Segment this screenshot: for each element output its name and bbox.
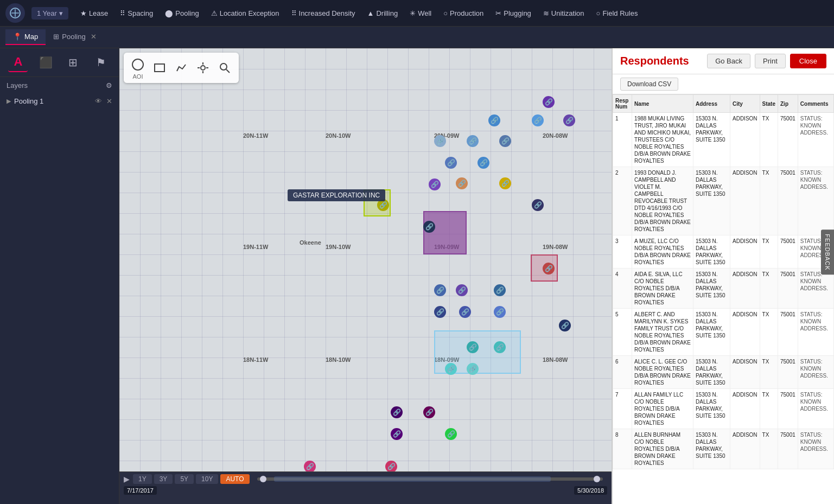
table-row[interactable]: 3A MUZE, LLC C/O NOBLE ROYALTIES D/B/A B… bbox=[613, 235, 834, 269]
nav-item-lease[interactable]: ★Lease bbox=[75, 7, 113, 20]
map-pin[interactable]: 🔗 bbox=[456, 177, 468, 189]
feedback-tab[interactable]: FEEDBACK bbox=[821, 229, 834, 275]
map-pin[interactable]: 🔗 bbox=[478, 157, 489, 169]
map-pin[interactable]: 🔗 bbox=[532, 199, 544, 211]
path-tool[interactable] bbox=[173, 59, 190, 76]
panel-title: Respondents bbox=[620, 55, 689, 67]
nav-item-spacing[interactable]: ⠿Spacing bbox=[114, 7, 158, 20]
map-pin[interactable]: 🔗 bbox=[494, 341, 506, 353]
map-pin[interactable]: 🔗 bbox=[543, 96, 555, 108]
map-pin[interactable]: 🔗 bbox=[391, 428, 403, 440]
grid-tool[interactable]: ⊞ bbox=[63, 53, 83, 72]
table-cell-name: 1993 DONALD J. CAMPBELL AND VIOLET M. CA… bbox=[632, 167, 693, 235]
map-pin[interactable]: 🔗 bbox=[434, 135, 446, 147]
map-pin[interactable]: 🔗 bbox=[494, 284, 506, 296]
respondents-table[interactable]: Resp NumNameAddressCityStateZipComments … bbox=[613, 94, 834, 504]
table-row[interactable]: 21993 DONALD J. CAMPBELL AND VIOLET M. C… bbox=[613, 167, 834, 235]
table-cell-name: AIDA E. SILVA, LLC C/O NOBLE ROYALTIES D… bbox=[632, 269, 693, 309]
timeline-handle-left[interactable] bbox=[260, 476, 266, 482]
nav-item-plugging[interactable]: ✂Plugging bbox=[490, 7, 537, 20]
close-button[interactable]: Close bbox=[790, 54, 826, 68]
timeline-btn-10y[interactable]: 10Y bbox=[196, 474, 218, 484]
layer-item[interactable]: ▶ Pooling 1 👁 ✕ bbox=[0, 94, 119, 109]
nav-item-drilling[interactable]: ▲Drilling bbox=[362, 7, 404, 20]
timeline-handle-right[interactable] bbox=[594, 476, 600, 482]
map-pin[interactable]: 🔗 bbox=[445, 428, 457, 440]
table-row[interactable]: 5ALBERT C. AND MARILYNN K. SYKES FAMILY … bbox=[613, 309, 834, 356]
app-logo[interactable] bbox=[5, 3, 25, 23]
map-pin[interactable]: 🔗 bbox=[459, 306, 471, 318]
nav-item-pooling[interactable]: ⬤Pooling bbox=[160, 7, 204, 20]
map-pin[interactable]: 🔗 bbox=[563, 114, 575, 126]
map-pin[interactable]: 🔗 bbox=[456, 284, 468, 296]
flag-tool[interactable]: ⚑ bbox=[91, 53, 111, 72]
tab-pooling[interactable]: ⊞Pooling✕ bbox=[46, 29, 104, 45]
map-pin[interactable]: 🔗 bbox=[423, 406, 435, 418]
nav-item-production[interactable]: ○Production bbox=[438, 7, 489, 20]
aoi-tool[interactable] bbox=[129, 56, 147, 73]
download-csv-button[interactable]: Download CSV bbox=[620, 78, 678, 91]
time-period-selector[interactable]: 1 Year ▾ bbox=[31, 7, 68, 20]
timeline-btn-3y[interactable]: 3Y bbox=[154, 474, 173, 484]
table-cell-name: ALLAN FAMILY LLC C/O NOBLE ROYALTIES D/B… bbox=[632, 389, 693, 429]
map-pin[interactable]: 🔗 bbox=[532, 114, 544, 126]
timeline-btn-5y[interactable]: 5Y bbox=[175, 474, 194, 484]
nav-label-production: Production bbox=[450, 9, 483, 17]
timeline-slider[interactable] bbox=[257, 477, 603, 481]
table-row[interactable]: 8ALLEN BURNHAM C/O NOBLE ROYALTIES D/B/A… bbox=[613, 429, 834, 469]
table-cell-zip: 75001 bbox=[778, 113, 798, 167]
timeline-btn-1y[interactable]: 1Y bbox=[133, 474, 152, 484]
table-cell-comments: STATUS: KNOWN ADDRESS. bbox=[798, 389, 833, 429]
okeene-city-label: Okeene bbox=[300, 239, 321, 246]
table-cell-zip: 75001 bbox=[778, 356, 798, 389]
aoi-tool-group: AOI bbox=[129, 56, 147, 80]
nav-item-location-exception[interactable]: ⚠Location Exception bbox=[206, 7, 285, 20]
play-button[interactable]: ▶ bbox=[124, 475, 130, 483]
map-pin[interactable]: 🔗 bbox=[467, 363, 479, 375]
township-label-18N-08W: 18N-08W bbox=[543, 356, 568, 363]
map-pin[interactable]: 🔗 bbox=[445, 363, 457, 375]
nav-icon-location-exception: ⚠ bbox=[211, 9, 218, 17]
tab-map[interactable]: 📍Map bbox=[5, 29, 46, 45]
map-pin[interactable]: 🔗 bbox=[494, 306, 506, 318]
map-pin[interactable]: 🔗 bbox=[434, 306, 446, 318]
text-tool[interactable]: A bbox=[8, 53, 28, 72]
location-tool[interactable] bbox=[194, 59, 212, 76]
nav-item-increased-density[interactable]: ⠿Increased Density bbox=[286, 7, 361, 20]
table-row[interactable]: 11988 MUKAI LIVING TRUST, JIRO MUKAI AND… bbox=[613, 113, 834, 167]
map-pin[interactable]: 🔗 bbox=[385, 461, 397, 471]
map-pin[interactable]: 🔗 bbox=[467, 341, 479, 353]
tab-close-icon[interactable]: ✕ bbox=[91, 33, 97, 41]
map-pin[interactable]: 🔗 bbox=[467, 135, 479, 147]
table-row[interactable]: 7ALLAN FAMILY LLC C/O NOBLE ROYALTIES D/… bbox=[613, 389, 834, 429]
map-area[interactable]: AOI bbox=[119, 48, 612, 504]
table-row[interactable]: 6ALICE C. L. GEE C/O NOBLE ROYALTIES D/B… bbox=[613, 356, 834, 389]
settings-icon[interactable]: ⚙ bbox=[106, 81, 112, 90]
nav-item-unitization[interactable]: ≋Unitization bbox=[538, 7, 590, 20]
select-tool[interactable]: ⬛ bbox=[36, 53, 55, 72]
township-label-20N-08W: 20N-08W bbox=[543, 132, 568, 139]
map-pin[interactable]: 🔗 bbox=[434, 284, 446, 296]
rectangle-tool[interactable] bbox=[151, 59, 168, 76]
table-row[interactable]: 4AIDA E. SILVA, LLC C/O NOBLE ROYALTIES … bbox=[613, 269, 834, 309]
go-back-button[interactable]: Go Back bbox=[707, 54, 750, 68]
layer-visibility-icon[interactable]: 👁 bbox=[95, 97, 102, 105]
nav-item-field-rules[interactable]: ○Field Rules bbox=[591, 7, 644, 20]
map-pin[interactable]: 🔗 bbox=[499, 177, 511, 189]
map-pin[interactable]: 🔗 bbox=[445, 157, 457, 169]
map-pin[interactable]: 🔗 bbox=[304, 461, 316, 471]
print-button[interactable]: Print bbox=[755, 54, 786, 68]
map-pin[interactable]: 🔗 bbox=[499, 135, 511, 147]
nav-item-well[interactable]: ✳Well bbox=[404, 7, 437, 20]
map-pin[interactable]: 🔗 bbox=[543, 263, 555, 275]
map-pin[interactable]: 🔗 bbox=[429, 178, 441, 190]
sidebar: A ⬛ ⊞ ⚑ Layers ⚙ ▶ Pooling 1 👁 ✕ bbox=[0, 48, 119, 504]
layer-close-icon[interactable]: ✕ bbox=[106, 97, 112, 105]
map-pin[interactable]: 🔗 bbox=[488, 114, 500, 126]
search-tool[interactable] bbox=[216, 59, 233, 76]
map-pin[interactable]: 🔗 bbox=[391, 406, 403, 418]
map-canvas[interactable]: 20N-11W20N-10W20N-09W20N-08W19N-11W19N-1… bbox=[119, 48, 612, 471]
map-pin[interactable]: 🔗 bbox=[559, 320, 571, 331]
map-pin[interactable]: 🔗 bbox=[423, 221, 435, 233]
timeline-btn-auto[interactable]: AUTO bbox=[220, 474, 249, 484]
